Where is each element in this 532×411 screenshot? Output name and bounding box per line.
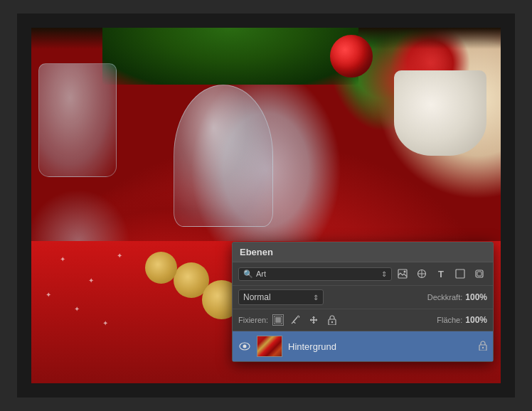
image-type-icon[interactable] <box>395 266 410 282</box>
shape-type-icon[interactable] <box>452 266 468 282</box>
svg-point-13 <box>482 346 484 348</box>
glass-dome <box>174 85 273 227</box>
star-5: ✦ <box>74 305 80 313</box>
svg-rect-7 <box>275 317 281 323</box>
opacity-group: Deckkraft: 100% <box>427 292 487 302</box>
fix-lock-icon[interactable] <box>325 313 339 327</box>
cookie-3 <box>145 252 177 284</box>
white-bowl <box>394 70 486 156</box>
fill-group: Fläche: 100% <box>437 315 487 325</box>
fill-label: Fläche: <box>437 316 462 324</box>
canvas-area: ✦ ✦ ✦ ✦ ✦ ✦ Ebenen 🔍 ⇕ <box>17 14 515 397</box>
layers-panel-header: Ebenen <box>233 242 493 262</box>
layer-lock-icon <box>479 341 487 353</box>
search-icon: 🔍 <box>243 269 253 279</box>
layer-thumbnail <box>257 336 282 357</box>
svg-point-11 <box>243 345 247 348</box>
fix-position-icon[interactable] <box>272 314 284 326</box>
ornament-ball <box>330 35 373 78</box>
star-3: ✦ <box>117 252 122 260</box>
layer-name: Hintergrund <box>288 341 473 352</box>
fix-label: Fixieren: <box>238 316 268 324</box>
layer-search-input[interactable] <box>256 269 378 278</box>
search-arrow-icon: ⇕ <box>381 270 387 278</box>
star-4: ✦ <box>46 291 51 299</box>
fix-row: Fixieren: <box>233 309 493 331</box>
star-1: ✦ <box>60 255 65 263</box>
blend-mode-arrow: ⇕ <box>313 294 319 301</box>
layers-toolbar: 🔍 ⇕ <box>233 262 493 286</box>
search-box[interactable]: 🔍 ⇕ <box>238 267 392 281</box>
adjustment-type-icon[interactable] <box>414 266 430 282</box>
opacity-value[interactable]: 100% <box>465 292 487 302</box>
left-jar <box>38 63 117 177</box>
layers-title: Ebenen <box>240 247 273 257</box>
fill-value[interactable]: 100% <box>465 315 487 325</box>
opacity-label: Deckkraft: <box>427 293 463 301</box>
svg-point-1 <box>404 271 406 273</box>
toolbar-icons: T <box>395 266 487 282</box>
blend-mode-label: Normal <box>243 292 271 302</box>
text-type-icon[interactable]: T <box>433 266 449 282</box>
layer-visibility-toggle[interactable] <box>238 340 251 353</box>
fix-move-icon[interactable] <box>307 313 321 327</box>
star-6: ✦ <box>102 319 108 327</box>
blend-mode-select[interactable]: Normal ⇕ <box>238 289 324 305</box>
smart-type-icon[interactable] <box>472 266 487 282</box>
fix-brush-icon[interactable] <box>288 313 302 327</box>
svg-point-9 <box>331 321 333 323</box>
photo-canvas: ✦ ✦ ✦ ✦ ✦ ✦ Ebenen 🔍 ⇕ <box>31 28 501 383</box>
blend-mode-row: Normal ⇕ Deckkraft: 100% <box>233 286 493 309</box>
foliage-decoration <box>102 28 358 85</box>
star-2: ✦ <box>88 277 94 284</box>
layers-panel: Ebenen 🔍 ⇕ <box>232 242 494 362</box>
svg-rect-5 <box>477 272 482 276</box>
layer-row[interactable]: Hintergrund <box>233 331 493 361</box>
svg-rect-3 <box>456 269 464 278</box>
